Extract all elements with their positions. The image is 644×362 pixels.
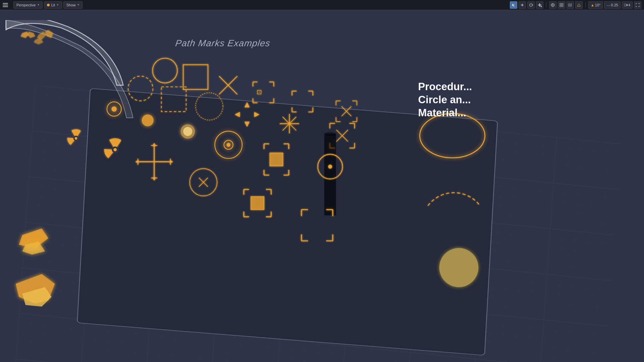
svg-rect-9 xyxy=(562,5,563,7)
world-btn[interactable] xyxy=(549,1,556,9)
svg-rect-6 xyxy=(560,3,561,5)
svg-rect-8 xyxy=(560,5,561,7)
angle-value[interactable]: ▲ 10° xyxy=(588,1,603,9)
svg-rect-64 xyxy=(324,134,336,216)
scene-svg: Path Marks Examples xyxy=(0,20,644,362)
camera-value[interactable]: 4 xyxy=(622,1,633,9)
lit-dot xyxy=(47,4,50,6)
show-button[interactable]: Show ▼ xyxy=(63,1,83,9)
perspective-label: Perspective xyxy=(16,3,36,7)
decimal-value[interactable]: — 0.25 xyxy=(604,1,620,9)
perspective-button[interactable]: Perspective ▼ xyxy=(13,1,43,9)
grid-btn[interactable] xyxy=(558,1,565,9)
hamburger-menu[interactable] xyxy=(3,3,8,7)
add-mode-btn[interactable] xyxy=(519,1,526,9)
snap-btn[interactable] xyxy=(567,1,574,9)
svg-point-41 xyxy=(111,106,117,112)
lit-button[interactable]: Lit ▼ xyxy=(44,1,62,9)
svg-text:Path Marks Examples: Path Marks Examples xyxy=(175,38,271,48)
svg-point-42 xyxy=(142,115,154,126)
svg-point-61 xyxy=(226,143,230,147)
svg-text:⊡: ⊡ xyxy=(257,88,262,96)
svg-text:Circle an...: Circle an... xyxy=(418,94,471,106)
svg-point-48 xyxy=(113,148,117,152)
svg-point-46 xyxy=(75,137,77,140)
svg-point-65 xyxy=(324,132,336,136)
svg-rect-71 xyxy=(251,197,264,210)
svg-rect-18 xyxy=(77,88,497,356)
svg-rect-3 xyxy=(541,6,542,7)
svg-text:Procedur...: Procedur... xyxy=(418,81,472,93)
svg-rect-7 xyxy=(562,3,563,5)
fullscreen-btn[interactable] xyxy=(634,1,641,9)
svg-rect-63 xyxy=(270,153,283,166)
main-toolbar: Perspective ▼ Lit ▼ Show ▼ xyxy=(0,0,644,10)
show-label: Show xyxy=(66,3,76,7)
svg-text:Material...: Material... xyxy=(418,107,466,119)
select-mode-btn[interactable] xyxy=(510,1,517,9)
scale-mode-btn[interactable] xyxy=(536,1,543,9)
svg-point-74 xyxy=(439,248,479,287)
triangle-btn[interactable] xyxy=(575,1,583,9)
svg-point-44 xyxy=(183,127,192,136)
camera-number: 4 xyxy=(628,3,630,7)
svg-point-0 xyxy=(530,4,532,6)
lit-label: Lit xyxy=(51,3,55,7)
sep1 xyxy=(546,2,546,8)
angle-number: 10° xyxy=(595,3,601,7)
svg-rect-14 xyxy=(624,4,627,6)
scene-viewport: Path Marks Examples xyxy=(0,10,644,362)
sep2 xyxy=(585,2,586,8)
rotate-mode-btn[interactable] xyxy=(527,1,535,9)
decimal-number: 0.25 xyxy=(611,3,618,7)
svg-rect-2 xyxy=(539,3,540,7)
svg-point-67 xyxy=(328,165,332,169)
